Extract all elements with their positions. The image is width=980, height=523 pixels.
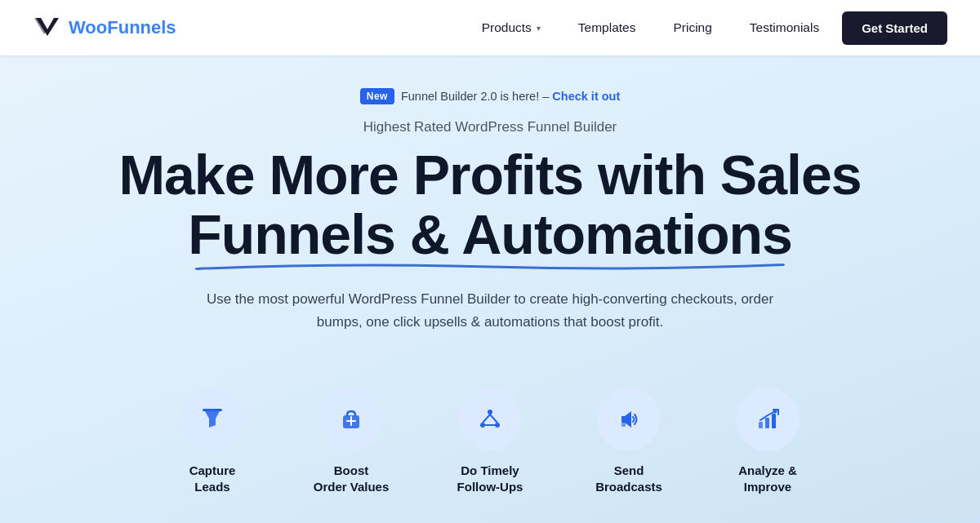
bag-icon (336, 404, 367, 435)
logo-funnels: Funnels (107, 17, 176, 38)
feature-label-followups: Do TimelyFollow-Ups (457, 463, 523, 496)
funnel-icon (197, 404, 228, 435)
nav-pricing[interactable]: Pricing (658, 14, 726, 42)
products-chevron-icon: ▾ (537, 24, 541, 33)
get-started-button[interactable]: Get Started (842, 11, 947, 45)
new-badge: New (360, 88, 394, 104)
feature-label-broadcasts: SendBroadcasts (595, 463, 662, 496)
feature-analyze: Analyze &Improve (698, 388, 837, 496)
logo-icon (33, 13, 62, 42)
feature-followups: Do TimelyFollow-Ups (421, 388, 559, 496)
badge-text: Funnel Builder 2.0 is here! – Check it o… (401, 90, 620, 103)
chart-icon (752, 404, 783, 435)
svg-line-10 (490, 414, 497, 423)
hero-underline-icon (188, 262, 792, 272)
nav-templates[interactable]: Templates (564, 14, 651, 42)
hero-description: Use the most powerful WordPress Funnel B… (188, 288, 792, 334)
badge-link[interactable]: Check it out (552, 90, 620, 103)
hero-title-line2: Funnels & Automations (188, 203, 792, 265)
badge-bar: New Funnel Builder 2.0 is here! – Check … (16, 88, 964, 104)
broadcasts-icon-circle (597, 388, 661, 451)
svg-line-9 (483, 414, 490, 423)
feature-broadcasts: SendBroadcasts (559, 388, 698, 496)
svg-rect-15 (772, 414, 776, 428)
svg-rect-2 (203, 409, 222, 411)
svg-point-6 (488, 410, 492, 414)
svg-marker-1 (34, 18, 47, 34)
feature-label-capture-leads: CaptureLeads (189, 463, 236, 496)
network-icon (474, 404, 506, 435)
feature-label-boost-order: BoostOrder Values (314, 463, 390, 496)
boost-order-icon-circle (319, 388, 383, 451)
followups-icon-circle (458, 388, 522, 451)
logo-text: WooFunnels (69, 17, 176, 38)
capture-leads-icon-circle (180, 388, 244, 451)
hero-title-line1: Make More Profits with Sales (16, 145, 964, 205)
nav-testimonials[interactable]: Testimonials (735, 14, 834, 42)
logo-woo: Woo (69, 17, 107, 38)
feature-label-analyze: Analyze &Improve (738, 463, 797, 496)
megaphone-icon (613, 404, 644, 435)
feature-boost-order: BoostOrder Values (282, 388, 421, 496)
hero-section: New Funnel Builder 2.0 is here! – Check … (0, 55, 980, 358)
nav-links: Products ▾ Templates Pricing Testimonial… (467, 11, 947, 45)
svg-rect-12 (621, 423, 626, 427)
nav-products[interactable]: Products ▾ (467, 14, 555, 42)
hero-subtitle: Highest Rated WordPress Funnel Builder (16, 119, 964, 135)
svg-rect-14 (765, 418, 769, 428)
analyze-icon-circle (736, 388, 800, 451)
navbar: WooFunnels Products ▾ Templates Pricing … (0, 0, 980, 55)
logo[interactable]: WooFunnels (33, 13, 176, 42)
hero-title-line2-wrap: Funnels & Automations (188, 205, 792, 264)
hero-title: Make More Profits with Sales Funnels & A… (16, 145, 964, 265)
feature-capture-leads: CaptureLeads (143, 388, 282, 496)
features-row: CaptureLeads BoostOrder Values Do (0, 358, 980, 496)
svg-rect-13 (759, 422, 763, 428)
